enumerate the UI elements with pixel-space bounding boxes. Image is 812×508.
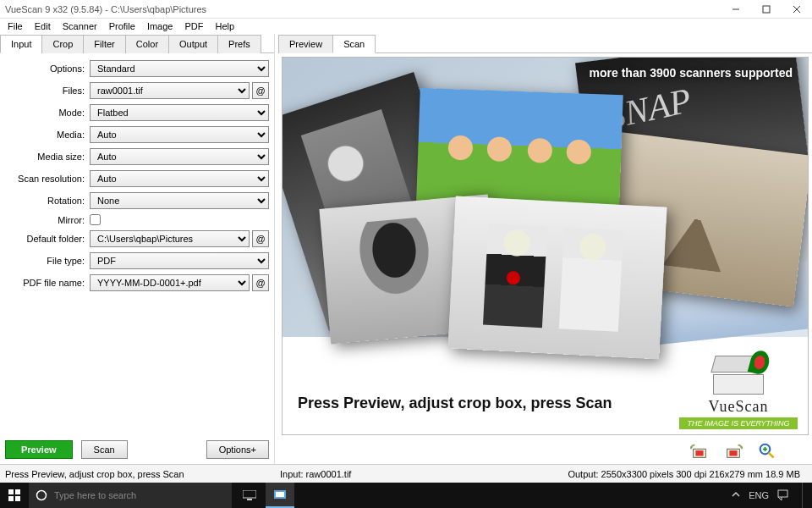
rotate-right-button[interactable]	[722, 442, 744, 461]
mode-label: Mode:	[5, 108, 90, 118]
svg-point-16	[37, 491, 47, 500]
rotate-left-button[interactable]	[689, 442, 710, 461]
pdf-file-name-select[interactable]: YYYY-MM-DD-0001+.pdf	[90, 274, 250, 291]
tab-prefs[interactable]: Prefs	[217, 35, 261, 53]
menu-profile[interactable]: Profile	[105, 20, 140, 32]
files-label: Files:	[5, 86, 90, 96]
status-input: Input: raw0001.tif	[275, 469, 568, 479]
preview-toolbar	[278, 439, 812, 464]
status-hint: Press Preview, adjust crop box, press Sc…	[0, 469, 275, 479]
menu-image[interactable]: Image	[143, 20, 178, 32]
pdf-file-name-label: PDF file name:	[5, 278, 90, 288]
menu-pdf[interactable]: PDF	[180, 20, 207, 32]
preview-panel: Preview Scan more than 3900 scanners sup…	[275, 34, 812, 464]
svg-rect-14	[8, 496, 14, 501]
taskbar-search[interactable]: Type here to search	[29, 483, 232, 508]
brand-name: VueScan	[679, 398, 798, 416]
sample-photo	[447, 196, 667, 360]
file-type-label: File type:	[5, 256, 90, 266]
start-button[interactable]	[0, 489, 29, 501]
svg-rect-15	[15, 496, 20, 501]
input-form: Options: Standard Files: raw0001.tif @ M…	[0, 53, 274, 435]
pdf-file-name-browse-button[interactable]: @	[252, 274, 269, 291]
svg-rect-5	[695, 450, 703, 456]
settings-tabs: Input Crop Filter Color Output Prefs	[0, 34, 274, 53]
show-desktop-button[interactable]	[802, 483, 805, 508]
menu-scanner[interactable]: Scanner	[58, 20, 102, 32]
tab-input[interactable]: Input	[0, 35, 42, 53]
tray-language[interactable]: ENG	[749, 490, 769, 500]
default-folder-label: Default folder:	[5, 234, 90, 244]
preview-area: more than 3900 scanners supported Press …	[282, 57, 809, 435]
options-select[interactable]: Standard	[90, 60, 269, 77]
preview-button[interactable]: Preview	[5, 440, 73, 459]
menubar: File Edit Scanner Profile Image PDF Help	[0, 19, 812, 34]
tab-scan[interactable]: Scan	[332, 35, 376, 53]
main-content: Input Crop Filter Color Output Prefs Opt…	[0, 34, 812, 464]
windows-taskbar: Type here to search ENG	[0, 483, 812, 508]
options-label: Options:	[5, 64, 90, 74]
svg-rect-12	[8, 489, 14, 494]
taskbar-apps	[235, 483, 294, 508]
scan-resolution-label: Scan resolution:	[5, 174, 90, 184]
media-size-select[interactable]: Auto	[90, 148, 269, 165]
svg-rect-1	[763, 6, 770, 13]
maximize-button[interactable]	[751, 0, 782, 19]
scan-button[interactable]: Scan	[81, 440, 128, 459]
window-titlebar: VueScan 9 x32 (9.5.84) - C:\Users\qbap\P…	[0, 0, 812, 19]
minimize-button[interactable]	[721, 0, 751, 19]
task-view-button[interactable]	[235, 483, 264, 508]
files-browse-button[interactable]: @	[252, 82, 269, 99]
tab-preview[interactable]: Preview	[278, 35, 333, 53]
preview-tabs: Preview Scan	[278, 34, 812, 53]
mode-select[interactable]: Flatbed	[90, 104, 269, 121]
cortana-icon	[36, 489, 47, 501]
default-folder-browse-button[interactable]: @	[252, 230, 269, 247]
rotation-select[interactable]: None	[90, 192, 269, 209]
system-tray: ENG	[732, 483, 812, 508]
menu-edit[interactable]: Edit	[30, 20, 55, 32]
mirror-checkbox[interactable]	[90, 214, 101, 225]
scan-resolution-select[interactable]: Auto	[90, 170, 269, 187]
notification-center-button[interactable]	[777, 489, 788, 502]
taskbar-app-vuescan[interactable]	[266, 483, 294, 508]
media-select[interactable]: Auto	[90, 126, 269, 143]
svg-rect-20	[276, 492, 284, 497]
media-size-label: Media size:	[5, 152, 90, 162]
rotation-label: Rotation:	[5, 196, 90, 206]
mirror-label: Mirror:	[5, 215, 90, 225]
tab-color[interactable]: Color	[125, 35, 169, 53]
instruction-text: Press Preview, adjust crop box, press Sc…	[298, 395, 612, 412]
svg-rect-17	[243, 490, 256, 498]
svg-line-9	[769, 453, 774, 458]
status-output: Output: 2550x3300 pixels 300 dpi 216x279…	[568, 469, 812, 479]
scanner-icon	[713, 356, 764, 396]
options-button[interactable]: Options+	[206, 440, 269, 459]
brand-logo: VueScan THE IMAGE IS EVERYTHING	[679, 356, 798, 429]
menu-file[interactable]: File	[3, 20, 27, 32]
promo-banner-text: more than 3900 scanners supported	[590, 66, 793, 80]
promo-collage: more than 3900 scanners supported	[283, 58, 808, 337]
action-buttons: Preview Scan Options+	[0, 435, 274, 464]
tray-chevron-icon[interactable]	[732, 490, 740, 500]
window-controls	[721, 0, 812, 19]
default-folder-select[interactable]: C:\Users\qbap\Pictures	[90, 230, 250, 247]
files-select[interactable]: raw0001.tif	[90, 82, 250, 99]
svg-rect-7	[729, 450, 737, 456]
svg-rect-18	[247, 499, 252, 500]
search-placeholder: Type here to search	[54, 490, 136, 500]
brand-tagline: THE IMAGE IS EVERYTHING	[679, 417, 798, 429]
svg-rect-21	[778, 490, 787, 497]
media-label: Media:	[5, 130, 90, 140]
tab-filter[interactable]: Filter	[83, 35, 125, 53]
zoom-in-button[interactable]	[756, 442, 778, 461]
window-title: VueScan 9 x32 (9.5.84) - C:\Users\qbap\P…	[5, 4, 721, 14]
close-button[interactable]	[782, 0, 812, 19]
tab-output[interactable]: Output	[168, 35, 218, 53]
menu-help[interactable]: Help	[211, 20, 239, 32]
settings-panel: Input Crop Filter Color Output Prefs Opt…	[0, 34, 275, 464]
file-type-select[interactable]: PDF	[90, 252, 269, 269]
svg-rect-13	[15, 489, 20, 494]
status-bar: Press Preview, adjust crop box, press Sc…	[0, 464, 812, 483]
tab-crop[interactable]: Crop	[41, 35, 84, 53]
